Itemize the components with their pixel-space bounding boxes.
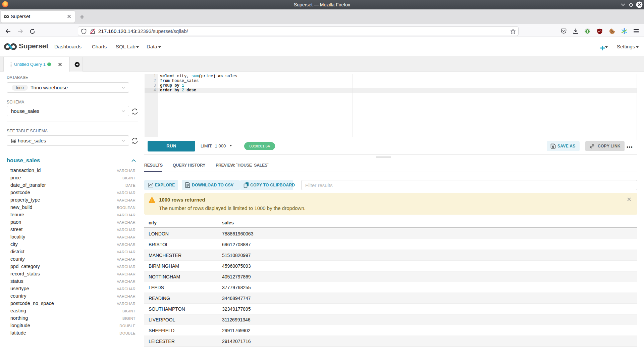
svg-text:uO: uO xyxy=(598,30,601,33)
